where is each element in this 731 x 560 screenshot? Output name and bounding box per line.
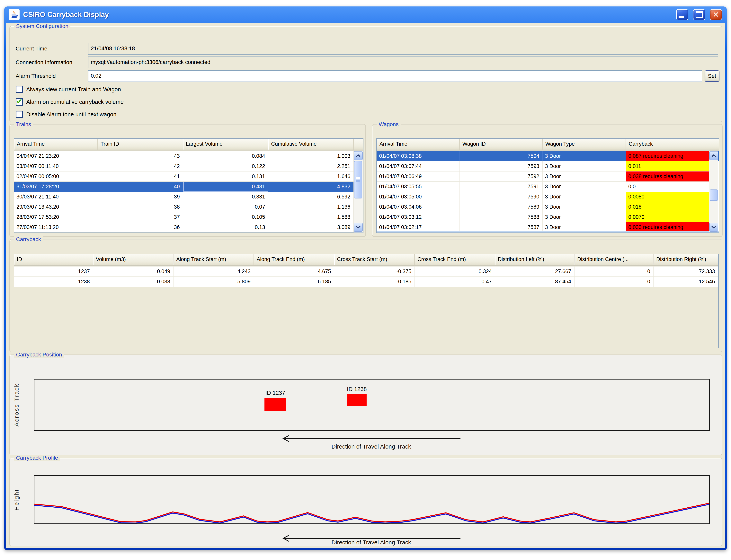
table-row[interactable]: 04/04/07 21:23:20430.0841.003 [14,151,363,161]
table-cell[interactable]: 01/04/07 03:05:55 [377,182,460,192]
table-cell[interactable]: 4.675 [254,267,334,277]
table-row[interactable]: 12380.0385.8096.185-0.1850.4787.454012.5… [14,277,718,287]
table-cell[interactable]: -0.185 [334,277,415,287]
column-header[interactable]: Arrival Time [377,139,460,150]
table-cell[interactable]: 30/03/07 21:11:40 [14,192,98,202]
table-cell[interactable]: 27/03/07 11:13:20 [14,222,98,232]
table-cell[interactable]: 12.546 [654,277,718,287]
table-cell[interactable]: 7593 [460,161,543,171]
table-cell[interactable]: 0.087 requires cleaning [626,151,709,161]
table-cell[interactable]: 1238 [14,277,93,287]
table-cell[interactable]: 38 [98,202,183,212]
set-button[interactable]: Set [705,70,719,82]
maximize-button[interactable] [693,9,705,20]
table-cell[interactable]: 41 [98,171,183,182]
checkbox-always-view-current[interactable]: ✔ Always view current Train and Wagon [16,85,121,94]
table-cell[interactable]: 29/03/07 13:43:20 [14,202,98,212]
table-cell[interactable]: 7588 [460,212,543,222]
trains-scrollbar[interactable] [353,151,362,232]
table-cell[interactable]: 0.324 [415,267,495,277]
column-header[interactable]: Train ID [98,139,183,150]
table-cell[interactable]: 03/04/07 00:11:40 [14,161,98,171]
table-cell[interactable]: 0.131 [183,171,268,182]
table-row[interactable]: 03/04/07 00:11:40420.1222.251 [14,161,363,171]
table-cell[interactable]: 7590 [460,192,543,202]
table-cell[interactable]: 4.832 [268,182,354,192]
table-cell[interactable]: 36 [98,222,183,232]
column-header[interactable]: Cross Track End (m) [415,254,495,265]
table-cell[interactable]: 72.333 [654,267,718,277]
table-cell[interactable]: 3.089 [268,222,354,232]
table-cell[interactable]: 0.13 [183,222,268,232]
table-cell[interactable]: 0.122 [183,161,268,171]
column-header[interactable]: Wagon Type [543,139,626,150]
table-cell[interactable]: 43 [98,151,183,161]
table-cell[interactable]: 42 [98,161,183,171]
table-cell[interactable]: 01/04/07 03:08:38 [377,151,460,161]
title-bar[interactable]: CSIRO Carryback Display ✕ [6,6,725,23]
table-row[interactable]: 30/03/07 21:11:40390.3316.592 [14,192,363,202]
table-cell[interactable]: 5.809 [173,277,254,287]
scroll-down-button[interactable] [354,223,362,232]
table-cell[interactable]: 7591 [460,182,543,192]
scrollbar-thumb[interactable] [710,189,718,201]
table-cell[interactable]: -0.375 [334,267,415,277]
table-cell[interactable]: 7594 [460,151,543,161]
scrollbar-thumb[interactable] [354,161,362,198]
column-header[interactable]: Wagon ID [460,139,543,150]
table-cell[interactable]: 04/04/07 21:23:20 [14,151,98,161]
table-cell[interactable]: 27.667 [495,267,575,277]
column-header[interactable]: Largest Volume [183,139,268,150]
table-cell[interactable]: 0.018 [626,202,709,212]
table-cell[interactable]: 0.038 [93,277,173,287]
column-header[interactable]: Volume (m3) [93,254,173,265]
table-cell[interactable]: 0.07 [183,202,268,212]
table-row[interactable]: 01/04/07 03:06:4975923 Door0.038 require… [377,171,719,182]
close-button[interactable]: ✕ [710,9,722,20]
table-cell[interactable]: 39 [98,192,183,202]
scroll-down-button[interactable] [709,223,718,232]
table-cell[interactable]: 3 Door [543,182,626,192]
table-cell[interactable]: 1.136 [268,202,354,212]
table-cell[interactable]: 0 [575,267,654,277]
table-cell[interactable]: 3 Door [543,151,626,161]
table-cell[interactable]: 0.0 [626,182,709,192]
wagons-scrollbar[interactable] [709,151,718,232]
column-header[interactable]: Distribution Left (%) [495,254,575,265]
table-cell[interactable]: 3 Door [543,171,626,182]
table-cell[interactable]: 02/04/07 00:05:00 [14,171,98,182]
table-cell[interactable]: 3 Door [543,202,626,212]
table-cell[interactable]: 87.454 [495,277,575,287]
column-header[interactable]: Distribution Centre (... [575,254,654,265]
table-cell[interactable]: 6.185 [254,277,334,287]
alarm-threshold-input[interactable]: 0.02 [88,70,702,82]
table-cell[interactable]: 0.481 [183,182,268,192]
table-cell[interactable]: 2.251 [268,161,354,171]
table-cell[interactable]: 1.588 [268,212,354,222]
table-cell[interactable]: 1237 [14,267,93,277]
table-cell[interactable]: 0.105 [183,212,268,222]
table-cell[interactable]: 7592 [460,171,543,182]
table-row[interactable]: 28/03/07 17:53:20370.1051.588 [14,212,363,222]
table-cell[interactable]: 7589 [460,202,543,212]
table-cell[interactable]: 3 Door [543,212,626,222]
column-header[interactable]: Distribution Right (%) [654,254,718,265]
table-cell[interactable]: 01/04/07 03:04:06 [377,202,460,212]
table-row[interactable]: 01/04/07 03:05:0075903 Door0.0080 [377,192,719,202]
table-cell[interactable]: 01/04/07 03:07:44 [377,161,460,171]
table-cell[interactable]: 0.049 [93,267,173,277]
table-cell[interactable]: 3 Door [543,192,626,202]
table-row[interactable]: 01/04/07 03:04:0675893 Door0.018 [377,202,719,212]
table-cell[interactable]: 0.47 [415,277,495,287]
minimize-button[interactable] [676,9,688,20]
column-header[interactable]: Along Track Start (m) [173,254,254,265]
table-cell[interactable]: 0.011 [626,161,709,171]
table-row[interactable]: 02/04/07 00:05:00410.1311.646 [14,171,363,182]
checkbox-disable-alarm-tone[interactable]: ✔ Disable Alarm tone until next wagon [16,110,116,119]
table-cell[interactable]: 28/03/07 17:53:20 [14,212,98,222]
column-header[interactable]: ID [14,254,93,265]
column-header[interactable]: Cumulative Volume [268,139,354,150]
column-header[interactable]: Cross Track Start (m) [334,254,415,265]
table-cell[interactable]: 1.003 [268,151,354,161]
table-cell[interactable]: 0.0080 [626,192,709,202]
